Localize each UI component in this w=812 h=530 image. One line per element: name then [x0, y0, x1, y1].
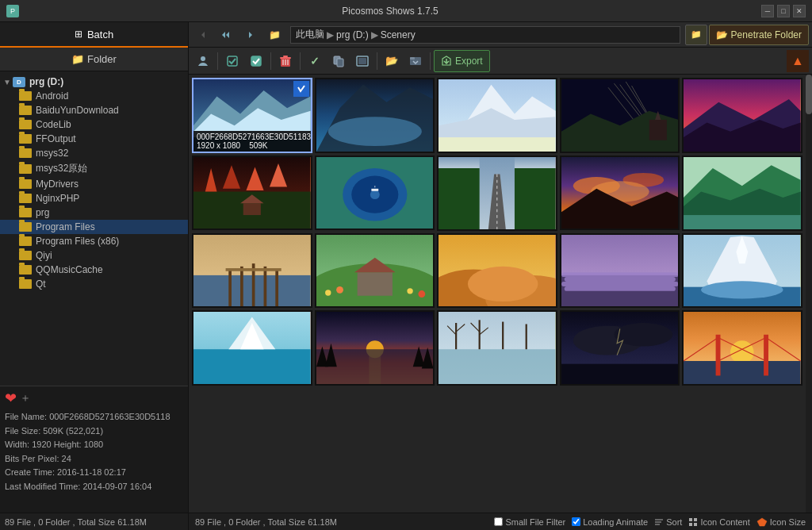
tooltip-info: 1920 x 1080 509K	[197, 141, 308, 150]
tree-item-label: CodeLib	[36, 119, 71, 130]
svg-point-92	[468, 266, 538, 301]
image-cell-19[interactable]	[560, 310, 680, 386]
image-cell-13[interactable]	[437, 233, 557, 309]
back-button[interactable]	[192, 25, 214, 45]
tree-item-label: FFOutput	[36, 133, 76, 144]
image-cell-20[interactable]	[682, 310, 802, 386]
folder-icon-nginxphp	[19, 194, 32, 203]
image-cell-8[interactable]	[437, 156, 557, 231]
image-cell-4[interactable]	[560, 78, 680, 153]
folder-tab[interactable]: 📁 Folder	[0, 48, 188, 71]
tree-item-baiduyun[interactable]: BaiduYunDownload	[0, 103, 188, 117]
check-all-icon	[226, 55, 239, 67]
v-button[interactable]: ✓	[304, 50, 326, 72]
back2-button[interactable]	[216, 25, 238, 45]
check-invert-button[interactable]	[245, 50, 267, 72]
image-thumb-15	[684, 235, 801, 307]
folder-icon-prg	[19, 208, 32, 217]
tree-item-nginxphp[interactable]: NginxPHP	[0, 191, 188, 205]
image-cell-17[interactable]	[315, 310, 435, 386]
back2-icon	[221, 30, 232, 40]
icon-size-button[interactable]: Icon Size	[756, 517, 806, 527]
svg-marker-62	[439, 157, 480, 168]
tooltip-filename: 000F2668D5271663E30D511834C214CA.jpg	[197, 132, 308, 141]
image-cell-1[interactable]: 000F2668D5271663E30D511834C214CA.jpg 192…	[192, 78, 312, 153]
sort-button[interactable]: Sort	[654, 517, 682, 527]
svg-point-88	[418, 290, 425, 298]
refresh-button[interactable]: 📁	[263, 25, 285, 45]
close-button[interactable]: ✕	[793, 5, 806, 17]
tree-item-qt[interactable]: Qt	[0, 277, 188, 291]
image-cell-6[interactable]	[192, 156, 312, 231]
folder-nav-button[interactable]: 📁	[685, 25, 707, 45]
folder-icon-msys32	[19, 148, 32, 158]
tree-item-codelib[interactable]: CodeLib	[0, 117, 188, 132]
content-area: 📁 此电脑 ▶ prg (D:) ▶ Scenery 📁 📂 Penetrate…	[189, 22, 812, 530]
tree-root[interactable]: ▼ D prg (D:)	[0, 75, 188, 89]
image-cell-10[interactable]	[682, 156, 802, 231]
image-thumb-20	[684, 312, 801, 384]
image-cell-12[interactable]	[315, 233, 435, 309]
copy-button[interactable]	[351, 50, 373, 72]
file-ops-button[interactable]	[404, 50, 427, 72]
tree-item-prg[interactable]: prg	[0, 205, 188, 220]
tree-item-mydrivers[interactable]: MyDrivers	[0, 177, 188, 191]
image-cell-5[interactable]	[682, 78, 802, 153]
tree-item-label: Program Files	[36, 221, 95, 232]
batch-tab-label: Batch	[87, 29, 113, 40]
check-all-button[interactable]	[221, 50, 243, 72]
svg-rect-144	[689, 523, 692, 526]
image-thumb-6	[193, 157, 311, 229]
image-cell-3[interactable]	[437, 78, 557, 153]
image-cell-14[interactable]	[560, 233, 680, 309]
image-thumb-3	[439, 79, 556, 152]
loading-animate-input[interactable]	[572, 517, 580, 526]
svg-point-85	[325, 290, 331, 295]
svg-rect-97	[561, 282, 679, 286]
tree-item-android[interactable]: Android	[0, 89, 188, 103]
small-filter-check[interactable]: Small File Filter	[494, 517, 565, 527]
up-button[interactable]: ▲	[787, 50, 809, 72]
tree-item-msys32-orig[interactable]: msys32原始	[0, 160, 188, 177]
add-icon[interactable]: ＋	[20, 391, 31, 405]
image-cell-9[interactable]	[560, 156, 680, 231]
grid-scrollbar[interactable]	[806, 75, 812, 513]
image-cell-7[interactable]	[315, 156, 435, 231]
person-button[interactable]	[192, 50, 214, 72]
svg-point-128	[614, 323, 672, 347]
image-cell-16[interactable]	[192, 310, 312, 386]
image-thumb-11	[193, 235, 311, 307]
batch-tab[interactable]: ⊞ Batch	[0, 22, 188, 48]
image-cell-15[interactable]	[682, 233, 802, 309]
tree-item-qqmusiccache[interactable]: QQMusicCache	[0, 263, 188, 277]
forward-button[interactable]	[239, 25, 262, 45]
folder-tab-label: Folder	[87, 53, 117, 65]
tree-item-programfiles[interactable]: Program Files	[0, 220, 188, 234]
small-filter-input[interactable]	[494, 517, 503, 526]
penetrate-folder-button[interactable]: 📂 Penetrate Folder	[709, 25, 809, 45]
restore-button[interactable]: □	[777, 5, 790, 17]
icon-size-icon	[756, 517, 768, 527]
svg-rect-55	[371, 189, 378, 191]
tree-item-ffoutput[interactable]: FFOutput	[0, 132, 188, 146]
image-thumb-14	[561, 235, 679, 307]
create-time-label: Create Time:	[5, 467, 57, 477]
export-button[interactable]: Export	[434, 50, 490, 72]
icon-content-button[interactable]: Icon Content	[688, 517, 749, 527]
tree-item-programfilesx86[interactable]: Program Files (x86)	[0, 234, 188, 248]
image-grid: 000F2668D5271663E30D511834C214CA.jpg 192…	[189, 75, 806, 513]
delete-button[interactable]	[274, 50, 297, 72]
image-cell-18[interactable]	[437, 310, 557, 386]
image-cell-2[interactable]	[315, 78, 435, 153]
grid-scrollbar-thumb[interactable]	[806, 75, 812, 114]
rotate-button[interactable]	[327, 50, 350, 72]
image-cell-11[interactable]	[192, 233, 312, 309]
tree-item-msys32[interactable]: msys32	[0, 146, 188, 160]
loading-animate-check[interactable]: Loading Animate	[572, 517, 648, 527]
open-folder-button[interactable]: 📂	[381, 50, 403, 72]
minimize-button[interactable]: ─	[761, 5, 774, 17]
folder-tree-scroll[interactable]: ▼ D prg (D:) Android BaiduYunDownload Co…	[0, 71, 188, 386]
titlebar: P Picosmos Shows 1.7.5 ─ □ ✕	[0, 0, 812, 22]
tree-item-qiyi[interactable]: Qiyi	[0, 248, 188, 263]
svg-rect-58	[439, 168, 480, 229]
